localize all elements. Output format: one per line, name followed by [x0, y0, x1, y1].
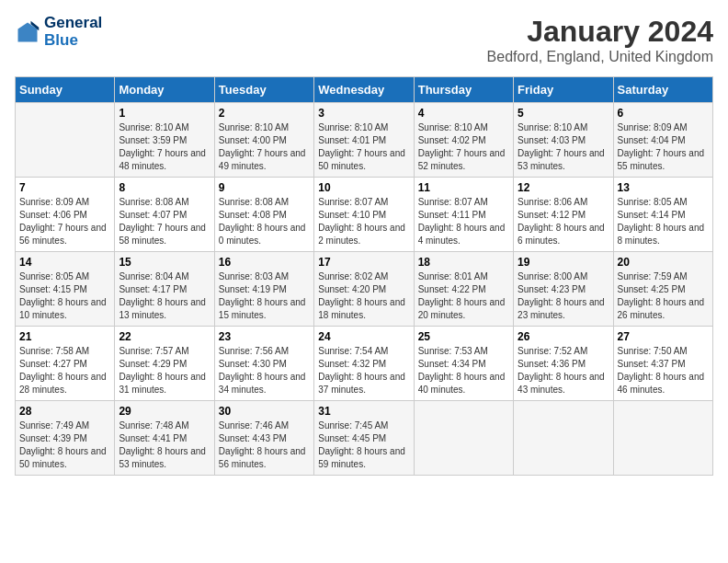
day-number: 21	[19, 330, 110, 343]
calendar-cell: 2 Sunrise: 8:10 AMSunset: 4:00 PMDayligh…	[214, 103, 313, 178]
day-header-wednesday: Wednesday	[314, 77, 414, 103]
day-number: 1	[119, 107, 210, 120]
day-number: 25	[418, 330, 509, 343]
day-info: Sunrise: 8:09 AMSunset: 4:04 PMDaylight:…	[618, 121, 709, 173]
calendar-cell: 13 Sunrise: 8:05 AMSunset: 4:14 PMDaylig…	[613, 178, 712, 252]
calendar-cell: 26 Sunrise: 7:52 AMSunset: 4:36 PMDaylig…	[514, 327, 613, 401]
calendar-cell	[16, 103, 115, 178]
day-info: Sunrise: 8:03 AMSunset: 4:19 PMDaylight:…	[219, 270, 310, 322]
day-number: 12	[518, 181, 609, 194]
day-number: 26	[518, 330, 609, 343]
calendar-cell: 8 Sunrise: 8:08 AMSunset: 4:07 PMDayligh…	[115, 178, 214, 252]
day-info: Sunrise: 8:06 AMSunset: 4:12 PMDaylight:…	[518, 196, 609, 247]
day-info: Sunrise: 8:01 AMSunset: 4:22 PMDaylight:…	[418, 270, 509, 322]
calendar-cell: 19 Sunrise: 8:00 AMSunset: 4:23 PMDaylig…	[514, 252, 613, 327]
day-info: Sunrise: 7:52 AMSunset: 4:36 PMDaylight:…	[518, 345, 609, 396]
logo-icon	[15, 19, 40, 45]
calendar-cell: 30 Sunrise: 7:46 AMSunset: 4:43 PMDaylig…	[214, 401, 313, 476]
day-info: Sunrise: 7:48 AMSunset: 4:41 PMDaylight:…	[119, 419, 210, 471]
day-info: Sunrise: 7:58 AMSunset: 4:27 PMDaylight:…	[19, 345, 110, 396]
day-info: Sunrise: 8:10 AMSunset: 4:02 PMDaylight:…	[418, 121, 509, 173]
day-info: Sunrise: 8:05 AMSunset: 4:14 PMDaylight:…	[618, 196, 709, 247]
day-number: 15	[119, 256, 210, 269]
day-number: 29	[119, 405, 210, 418]
day-header-tuesday: Tuesday	[214, 77, 313, 103]
day-number: 28	[19, 405, 110, 418]
day-number: 3	[318, 107, 409, 120]
calendar-week-row: 28 Sunrise: 7:49 AMSunset: 4:39 PMDaylig…	[16, 401, 713, 476]
calendar-week-row: 7 Sunrise: 8:09 AMSunset: 4:06 PMDayligh…	[16, 178, 713, 252]
calendar-table: SundayMondayTuesdayWednesdayThursdayFrid…	[15, 76, 713, 476]
day-number: 17	[318, 256, 409, 269]
day-info: Sunrise: 7:49 AMSunset: 4:39 PMDaylight:…	[19, 419, 110, 471]
logo: General Blue	[15, 15, 102, 49]
calendar-cell: 24 Sunrise: 7:54 AMSunset: 4:32 PMDaylig…	[314, 327, 414, 401]
calendar-cell: 1 Sunrise: 8:10 AMSunset: 3:59 PMDayligh…	[115, 103, 214, 178]
day-info: Sunrise: 7:45 AMSunset: 4:45 PMDaylight:…	[318, 419, 409, 471]
calendar-cell: 25 Sunrise: 7:53 AMSunset: 4:34 PMDaylig…	[414, 327, 513, 401]
calendar-cell: 14 Sunrise: 8:05 AMSunset: 4:15 PMDaylig…	[16, 252, 115, 327]
day-info: Sunrise: 8:02 AMSunset: 4:20 PMDaylight:…	[318, 270, 409, 322]
calendar-cell: 9 Sunrise: 8:08 AMSunset: 4:08 PMDayligh…	[214, 178, 313, 252]
day-info: Sunrise: 8:00 AMSunset: 4:23 PMDaylight:…	[518, 270, 609, 322]
day-info: Sunrise: 8:08 AMSunset: 4:08 PMDaylight:…	[219, 196, 310, 247]
day-number: 2	[219, 107, 310, 120]
calendar-week-row: 1 Sunrise: 8:10 AMSunset: 3:59 PMDayligh…	[16, 103, 713, 178]
calendar-cell: 21 Sunrise: 7:58 AMSunset: 4:27 PMDaylig…	[16, 327, 115, 401]
month-title: January 2024	[487, 15, 713, 49]
title-section: January 2024 Bedford, England, United Ki…	[487, 15, 713, 65]
calendar-cell: 16 Sunrise: 8:03 AMSunset: 4:19 PMDaylig…	[214, 252, 313, 327]
day-number: 9	[219, 181, 310, 194]
calendar-cell: 12 Sunrise: 8:06 AMSunset: 4:12 PMDaylig…	[514, 178, 613, 252]
calendar-cell: 29 Sunrise: 7:48 AMSunset: 4:41 PMDaylig…	[115, 401, 214, 476]
calendar-cell: 5 Sunrise: 8:10 AMSunset: 4:03 PMDayligh…	[514, 103, 613, 178]
day-info: Sunrise: 7:56 AMSunset: 4:30 PMDaylight:…	[219, 345, 310, 396]
day-number: 5	[518, 107, 609, 120]
day-info: Sunrise: 8:07 AMSunset: 4:11 PMDaylight:…	[418, 196, 509, 247]
calendar-week-row: 14 Sunrise: 8:05 AMSunset: 4:15 PMDaylig…	[16, 252, 713, 327]
day-number: 4	[418, 107, 509, 120]
day-info: Sunrise: 8:10 AMSunset: 4:00 PMDaylight:…	[219, 121, 310, 173]
day-info: Sunrise: 8:08 AMSunset: 4:07 PMDaylight:…	[119, 196, 210, 247]
day-number: 23	[219, 330, 310, 343]
day-header-thursday: Thursday	[414, 77, 513, 103]
day-info: Sunrise: 7:57 AMSunset: 4:29 PMDaylight:…	[119, 345, 210, 396]
day-info: Sunrise: 8:10 AMSunset: 4:01 PMDaylight:…	[318, 121, 409, 173]
day-number: 22	[119, 330, 210, 343]
calendar-cell: 31 Sunrise: 7:45 AMSunset: 4:45 PMDaylig…	[314, 401, 414, 476]
calendar-cell: 17 Sunrise: 8:02 AMSunset: 4:20 PMDaylig…	[314, 252, 414, 327]
calendar-header-row: SundayMondayTuesdayWednesdayThursdayFrid…	[16, 77, 713, 103]
calendar-cell: 22 Sunrise: 7:57 AMSunset: 4:29 PMDaylig…	[115, 327, 214, 401]
day-info: Sunrise: 7:46 AMSunset: 4:43 PMDaylight:…	[219, 419, 310, 471]
day-number: 27	[618, 330, 709, 343]
logo-text: General Blue	[44, 15, 102, 49]
day-info: Sunrise: 7:54 AMSunset: 4:32 PMDaylight:…	[318, 345, 409, 396]
calendar-cell: 23 Sunrise: 7:56 AMSunset: 4:30 PMDaylig…	[214, 327, 313, 401]
day-info: Sunrise: 7:59 AMSunset: 4:25 PMDaylight:…	[618, 270, 709, 322]
day-info: Sunrise: 7:50 AMSunset: 4:37 PMDaylight:…	[618, 345, 709, 396]
day-info: Sunrise: 8:04 AMSunset: 4:17 PMDaylight:…	[119, 270, 210, 322]
calendar-cell: 28 Sunrise: 7:49 AMSunset: 4:39 PMDaylig…	[16, 401, 115, 476]
day-info: Sunrise: 7:53 AMSunset: 4:34 PMDaylight:…	[418, 345, 509, 396]
day-number: 19	[518, 256, 609, 269]
calendar-cell	[414, 401, 513, 476]
page-header: General Blue January 2024 Bedford, Engla…	[15, 15, 713, 65]
day-number: 8	[119, 181, 210, 194]
day-number: 24	[318, 330, 409, 343]
day-header-sunday: Sunday	[16, 77, 115, 103]
day-number: 14	[19, 256, 110, 269]
calendar-cell: 18 Sunrise: 8:01 AMSunset: 4:22 PMDaylig…	[414, 252, 513, 327]
calendar-cell: 27 Sunrise: 7:50 AMSunset: 4:37 PMDaylig…	[613, 327, 712, 401]
day-header-friday: Friday	[514, 77, 613, 103]
calendar-cell: 15 Sunrise: 8:04 AMSunset: 4:17 PMDaylig…	[115, 252, 214, 327]
day-number: 11	[418, 181, 509, 194]
calendar-cell: 10 Sunrise: 8:07 AMSunset: 4:10 PMDaylig…	[314, 178, 414, 252]
day-number: 16	[219, 256, 310, 269]
day-number: 31	[318, 405, 409, 418]
day-number: 20	[618, 256, 709, 269]
day-number: 7	[19, 181, 110, 194]
day-info: Sunrise: 8:09 AMSunset: 4:06 PMDaylight:…	[19, 196, 110, 247]
day-header-saturday: Saturday	[613, 77, 712, 103]
day-info: Sunrise: 8:07 AMSunset: 4:10 PMDaylight:…	[318, 196, 409, 247]
day-number: 18	[418, 256, 509, 269]
